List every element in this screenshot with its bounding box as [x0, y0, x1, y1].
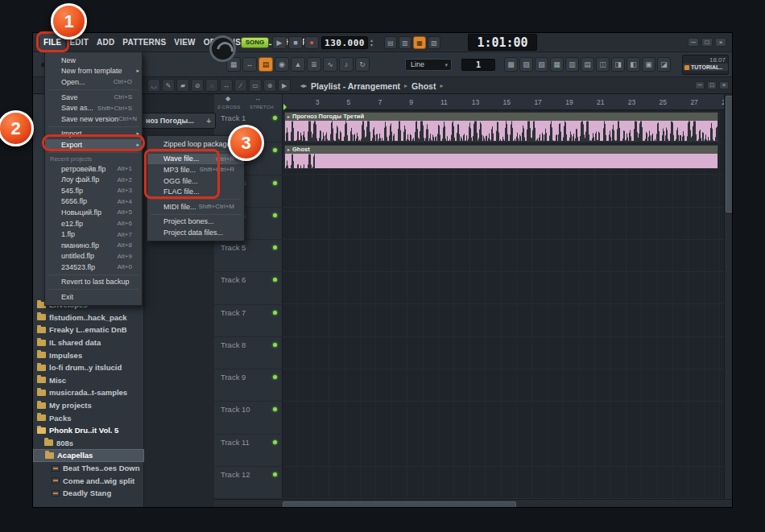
file-menu-item-save-new-version[interactable]: Save new versionCtrl+N — [45, 113, 142, 125]
scrollbar-thumb[interactable] — [726, 96, 733, 212]
track-header[interactable]: Track 9 — [214, 369, 283, 402]
recording-icon[interactable]: ◉ — [275, 57, 289, 72]
file-menu-item-е12-flp[interactable]: е12.flpAlt+6 — [45, 218, 142, 229]
playback-icon[interactable]: ▶ — [278, 79, 291, 92]
track-mute-led-icon[interactable] — [273, 148, 277, 152]
file-menu-item-untitled-flp[interactable]: untitled.flpAlt+9 — [45, 251, 142, 262]
file-menu-item-revert-to-last-backup[interactable]: Revert to last backup — [45, 277, 142, 288]
minimize-button[interactable]: ─ — [688, 38, 699, 47]
track-mute-led-icon[interactable] — [273, 343, 277, 347]
playlist-grid[interactable]: ▸Прогноз Погоды Третий▸Ghost — [283, 110, 724, 499]
track-mute-led-icon[interactable] — [273, 181, 277, 185]
menubar-item-edit[interactable]: EDIT — [65, 33, 93, 52]
browser-item-freaky-l-ematic-dnb[interactable]: Freaky L..ematic DnB — [33, 324, 144, 336]
piano-roll-icon[interactable]: ▨ — [519, 57, 533, 72]
browser-item-musicrada-t-samples[interactable]: musicrada..t-samples — [33, 386, 144, 399]
track-mute-led-icon[interactable] — [273, 278, 277, 282]
file-menu-item-545-flp[interactable]: 545.flpAlt+3 — [45, 185, 142, 196]
menubar-item-view[interactable]: VIEW — [170, 33, 199, 52]
file-menu-item-save[interactable]: SaveCtrl+S — [45, 92, 142, 103]
stop-button[interactable]: ■ — [288, 36, 303, 49]
snap-selector[interactable]: Line▾ — [405, 59, 452, 71]
browser-item-808s[interactable]: 808s — [33, 437, 144, 450]
browser-item-packs[interactable]: Packs — [33, 411, 144, 424]
track-mute-led-icon[interactable] — [273, 440, 277, 444]
tempo-display[interactable]: 130.000 — [321, 36, 368, 49]
maximize-button[interactable]: □ — [701, 38, 713, 47]
file-menu-item-пианино-flp[interactable]: пианино.flpAlt+8 — [45, 240, 142, 251]
browser-item-lo-fi-drum-y-itslucid[interactable]: lo-fi drum..y itslucid — [33, 361, 144, 374]
export-menu-item-ogg-file[interactable]: OGG file... — [147, 175, 244, 187]
menubar-item-file[interactable]: FILE — [39, 33, 65, 52]
export-menu-item-project-data-files[interactable]: Project data files... — [147, 227, 244, 238]
browser-item-come-and-wig-split[interactable]: Come and..wig split — [33, 474, 144, 487]
touch-keyboard-icon[interactable]: ◧ — [626, 57, 640, 72]
track-mute-led-icon[interactable] — [273, 116, 277, 120]
browser-item-beat-thes-oes-down[interactable]: Beat Thes..oes Down — [33, 462, 144, 475]
file-menu-item-export[interactable]: Export▸ — [45, 139, 142, 151]
precount-icon[interactable]: ≣ — [307, 57, 321, 72]
fl-studio-logo-icon[interactable] — [209, 35, 236, 62]
playlist-maximize-button[interactable]: □ — [707, 81, 717, 89]
track-header[interactable]: Track 10 — [214, 402, 283, 434]
track-header[interactable]: Track 7 — [214, 305, 283, 337]
wait-for-input-icon[interactable]: ▦ — [413, 36, 426, 49]
mute-icon[interactable]: ◌ — [205, 79, 218, 92]
track-header[interactable]: Track 8 — [214, 337, 283, 369]
record-button[interactable]: ● — [304, 36, 319, 49]
tempo-stepper[interactable]: ▴▾ — [370, 36, 373, 49]
play-button[interactable]: ▶ — [272, 36, 287, 49]
playlist-minimize-button[interactable]: ─ — [695, 81, 705, 89]
track-header[interactable]: Track 11 — [214, 435, 283, 467]
scrollbar-thumb[interactable] — [283, 501, 516, 508]
browser-item-my-projects[interactable]: My projects — [33, 399, 144, 412]
slip-icon[interactable]: ↔ — [220, 79, 233, 92]
file-menu-item-1-flp[interactable]: 1.flpAlt+7 — [45, 229, 142, 240]
browser-item-phonk-dru-it-vol-5[interactable]: Phonk Dru..it Vol. 5 — [33, 424, 144, 437]
browser-item-il-shared-data[interactable]: IL shared data — [33, 336, 144, 349]
metronome-icon[interactable]: ▲ — [291, 57, 305, 72]
track-mute-led-icon[interactable] — [273, 311, 277, 315]
zoom-icon[interactable]: ⊕ — [263, 79, 276, 92]
project-browser-icon[interactable]: ▤ — [581, 57, 594, 72]
file-menu-item-save-as[interactable]: Save as...Shift+Ctrl+S — [45, 102, 142, 113]
tempo-tap-icon[interactable]: ◨ — [611, 57, 625, 72]
script-panel-icon[interactable]: ▣ — [642, 57, 655, 72]
file-menu-item-5656-flp[interactable]: 5656.flpAlt+4 — [45, 196, 142, 208]
browser-item-flstudiom-hack-pack[interactable]: flstudiom..hack_pack — [33, 311, 144, 324]
about-panel-icon[interactable]: ◪ — [657, 57, 671, 72]
file-menu-item-exit[interactable]: Exit — [45, 291, 142, 303]
menubar-item-patterns[interactable]: PATTERNS — [118, 33, 170, 52]
file-menu-item-new-from-template[interactable]: New from template▸ — [45, 66, 142, 77]
track-mute-led-icon[interactable] — [273, 407, 277, 411]
channel-rack-icon[interactable]: ▧ — [535, 57, 548, 72]
browser-item-acapellas[interactable]: Acapellas — [33, 449, 144, 462]
export-menu-item-flac-file[interactable]: FLAC file... — [147, 186, 244, 197]
delete-icon[interactable]: ⊘ — [191, 79, 204, 92]
file-menu-item-new[interactable]: New — [45, 55, 142, 66]
export-menu-item-zipped-loop-package[interactable]: Zipped loop package — [147, 138, 244, 150]
step-edit-icon[interactable]: ♪ — [339, 57, 354, 72]
song-start-marker-icon[interactable] — [283, 104, 287, 110]
track-mute-led-icon[interactable] — [273, 375, 277, 379]
tempo-down-icon[interactable]: ▾ — [370, 43, 373, 47]
export-menu-item-mp3-file[interactable]: MP3 file...Shift+Ctrl+R — [147, 164, 244, 175]
file-menu-item-новыций-flp[interactable]: Новыций.flpAlt+5 — [45, 207, 142, 218]
select-icon[interactable]: ▭ — [249, 79, 262, 92]
slice-icon[interactable]: ∕ — [234, 79, 247, 92]
loop-record-icon[interactable]: ↻ — [355, 57, 370, 72]
browser-item-misc[interactable]: Misc — [33, 374, 144, 387]
browser-item-deadly-stang[interactable]: Deadly Stang — [33, 487, 144, 500]
browser-item-impulses[interactable]: Impulses — [33, 348, 144, 361]
file-menu-item-234523-flp[interactable]: 234523.flpAlt+0 — [45, 262, 142, 273]
export-menu-item-project-bones[interactable]: Project bones... — [147, 217, 244, 228]
track-header[interactable]: Track 5 — [214, 240, 283, 272]
playlist-clip-ghost[interactable]: ▸Ghost — [284, 145, 718, 169]
brush-icon[interactable]: ▰ — [176, 79, 189, 92]
file-menu-item-import[interactable]: Import▸ — [45, 129, 142, 140]
menubar-item-add[interactable]: ADD — [93, 33, 118, 52]
song-mode-switch[interactable]: SONG — [241, 37, 269, 48]
playlist-horizontal-scrollbar[interactable] — [214, 499, 733, 508]
export-menu-item-wave-file[interactable]: Wave file...Ctrl+R — [147, 154, 244, 165]
playlist-panel-icon[interactable]: ▩ — [504, 57, 518, 72]
